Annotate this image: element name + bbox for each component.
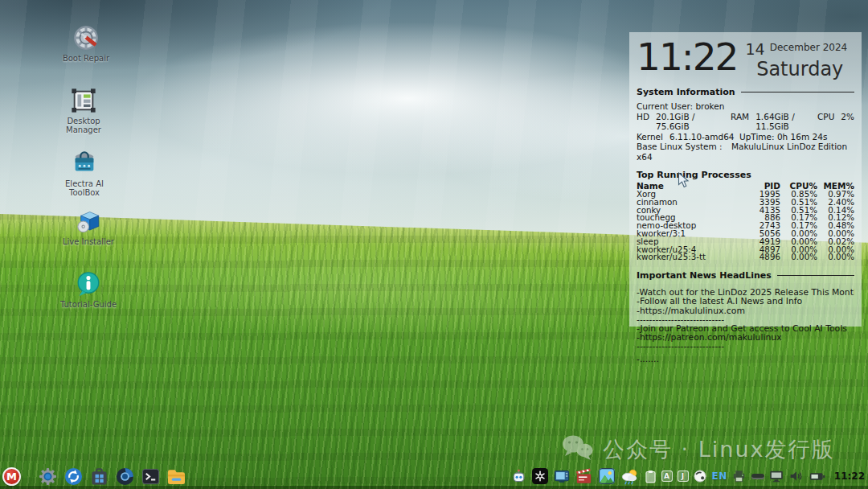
- input-method-a-indicator[interactable]: A: [661, 471, 673, 482]
- sync-arrows-icon: [64, 467, 83, 486]
- keyboard-layout-indicator[interactable]: EN: [712, 471, 727, 482]
- ai-assistant-tray-button[interactable]: [511, 467, 527, 486]
- video-editor-tray-button[interactable]: [575, 467, 593, 486]
- process-row: kworker/u25:3-tt48960.00%0.00%: [637, 253, 854, 261]
- desktop-icon-desktop-manager[interactable]: Desktop Manager: [45, 87, 122, 134]
- battery-tray-button[interactable]: [809, 467, 826, 486]
- widget-month-year: December 2024: [770, 42, 848, 53]
- news-line: -.......: [637, 355, 854, 364]
- printer-icon: [732, 470, 746, 483]
- software-center-button[interactable]: [90, 467, 108, 486]
- system-information-title: System Information: [637, 87, 854, 97]
- process-row: kworker/3:150560.00%0.00%: [637, 230, 854, 238]
- desktop-icon-label: Live Installer: [63, 237, 114, 246]
- desktop-manager-icon: [70, 87, 97, 114]
- notifier-orb-tray-button[interactable]: [694, 467, 707, 486]
- electra-ai-toolbox-icon: [71, 150, 98, 177]
- widget-top-processes: Top Running Processes Name PID CPU% MEM%…: [637, 170, 854, 261]
- orb-icon: [694, 470, 706, 483]
- tray-clock[interactable]: 11:22: [834, 471, 865, 482]
- file-manager-button[interactable]: [167, 467, 186, 486]
- news-line: -https://patreon.com/makululinux: [637, 333, 854, 342]
- speaker-icon: [789, 470, 804, 483]
- news-line: -Watch out for the LinDoz 2025 Release T…: [637, 288, 854, 297]
- photos-icon: [599, 468, 615, 484]
- media-center-tray-button[interactable]: [554, 467, 571, 486]
- taskbar-tray: A J EN: [511, 467, 865, 486]
- taskbar-left: M: [2, 467, 186, 486]
- battery-icon: [809, 471, 825, 482]
- wechat-icon: [561, 434, 595, 465]
- widget-time: 11:22: [637, 39, 737, 76]
- current-user-line: Current User: broken: [637, 101, 854, 112]
- weather-sun-rain-icon: [620, 468, 639, 485]
- news-separator: ----------------------------: [637, 342, 854, 351]
- widget-weekday: Saturday: [745, 58, 854, 80]
- desktop-icon-electra-ai-toolbox[interactable]: Electra AI ToolBox: [46, 150, 123, 197]
- live-installer-icon: [75, 208, 102, 235]
- hd-ram-cpu-line: HD20.1GiB / 75.6GiB RAM1.64GiB / 11.5GiB…: [637, 112, 854, 132]
- clapperboard-icon: [575, 468, 592, 484]
- screen-bottom-edge: [0, 486, 868, 489]
- input-method-j-label: J: [682, 472, 684, 480]
- news-line: -Join our Patreon and Get access to Cool…: [637, 324, 854, 333]
- boot-repair-icon: [72, 24, 100, 51]
- chromium-browser-icon: [116, 467, 134, 486]
- robot-icon: [511, 469, 526, 484]
- process-row: cinnamon33950.51%2.40%: [637, 199, 854, 207]
- touchpad-indicator[interactable]: [751, 474, 764, 479]
- desktop-icon-label: Boot Repair: [63, 54, 109, 63]
- gear-icon: [39, 467, 57, 486]
- clipboard-tray-button[interactable]: [645, 467, 657, 486]
- process-table-header: Name PID CPU% MEM%: [637, 181, 854, 191]
- folder-icon: [166, 467, 186, 486]
- chatgpt-icon: [532, 468, 548, 484]
- clipboard-icon: [645, 470, 656, 483]
- desktop-icon-label: Desktop Manager: [66, 117, 101, 134]
- conky-system-widget: 11:22 14 December 2024 Saturday System I…: [629, 32, 862, 327]
- desktop-icon-label: Tutorial-Guide: [60, 300, 117, 309]
- widget-system-information: System Information Current User: broken …: [637, 87, 854, 162]
- kernel-uptime-line: Kernel6.11.10-amd64 UpTime: 0h 16m 24s: [637, 132, 854, 142]
- desktop-icon-live-installer[interactable]: Live Installer: [50, 208, 127, 246]
- menu-letter: M: [6, 471, 17, 482]
- watermark: 公众号 · Linux发行版: [561, 434, 835, 465]
- monitor-icon: [769, 470, 784, 483]
- desktop-icon-boot-repair[interactable]: Boot Repair: [47, 24, 125, 63]
- mouse-cursor: [678, 172, 690, 191]
- news-line: -Follow all the latest A.I News and Info: [637, 297, 854, 306]
- tutorial-guide-icon: [75, 270, 102, 298]
- desktop-icon-tutorial-guide[interactable]: Tutorial-Guide: [50, 270, 127, 309]
- desktop-screen: Boot Repair Desktop Manager: [0, 0, 868, 489]
- weather-tray-button[interactable]: [620, 467, 640, 486]
- volume-tray-button[interactable]: [789, 467, 805, 486]
- printer-tray-button[interactable]: [732, 467, 747, 486]
- news-line: -https://makululinux.com: [637, 306, 854, 315]
- chatgpt-tray-button[interactable]: [532, 467, 549, 486]
- makulu-menu-button[interactable]: M: [2, 467, 21, 486]
- update-manager-button[interactable]: [64, 467, 83, 486]
- widget-day-number: 14: [745, 40, 764, 58]
- input-method-a-label: A: [664, 472, 669, 480]
- display-tray-button[interactable]: [769, 467, 784, 486]
- browser-button[interactable]: [116, 467, 134, 486]
- widget-clock: 11:22 14 December 2024 Saturday: [637, 39, 854, 80]
- watermark-text: 公众号 · Linux发行版: [603, 435, 835, 464]
- app-grid-icon: [90, 467, 108, 486]
- widget-news-headlines: Important News HeadLines -Watch out for …: [637, 270, 854, 364]
- input-method-j-indicator[interactable]: J: [678, 471, 689, 482]
- news-separator: ----------------------------: [637, 315, 854, 324]
- terminal-icon: [141, 467, 160, 486]
- base-system-line: Base Linux System : MakuluLinux LinDoz E…: [637, 142, 854, 162]
- terminal-button[interactable]: [141, 467, 160, 486]
- news-title: Important News HeadLines: [637, 270, 854, 281]
- settings-button[interactable]: [39, 467, 57, 486]
- photos-tray-button[interactable]: [598, 467, 616, 486]
- top-processes-title: Top Running Processes: [637, 170, 854, 180]
- retro-tv-icon: [554, 469, 570, 483]
- desktop-icon-label: Electra AI ToolBox: [65, 179, 104, 197]
